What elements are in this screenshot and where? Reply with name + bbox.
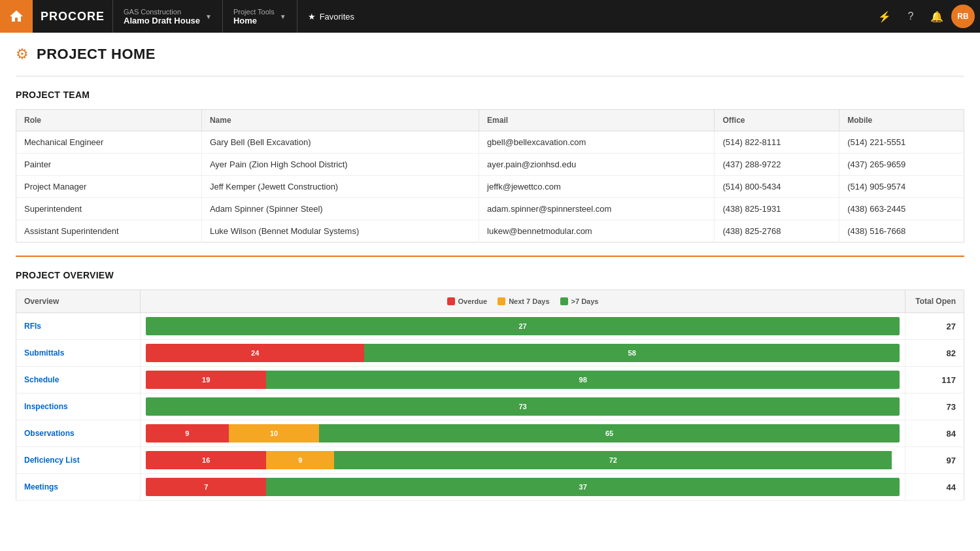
cell-mobile: (438) 516-7668 xyxy=(839,220,964,242)
overview-row-name[interactable]: Schedule xyxy=(16,367,141,393)
company-dropdown[interactable]: GAS Construction Alamo Draft House ▼ xyxy=(113,0,223,33)
gt7-legend-label: >7 Days xyxy=(571,297,599,305)
bar-gt7: 65 xyxy=(319,424,900,442)
overdue-legend-label: Overdue xyxy=(458,297,488,305)
list-item: Deficiency List 16972 97 xyxy=(16,447,964,474)
cell-name: Gary Bell (Bell Excavation) xyxy=(201,131,479,154)
favorites-button[interactable]: ★ Favorites xyxy=(297,0,365,33)
overview-header-row: Overview Overdue Next 7 Days xyxy=(16,290,964,313)
tools-main-label: Home xyxy=(233,16,275,25)
company-dropdown-text: GAS Construction Alamo Draft House xyxy=(124,8,200,25)
help-icon-button[interactable]: ? xyxy=(899,5,922,28)
cell-name: Ayer Pain (Zion High School District) xyxy=(201,154,479,176)
overview-total-cell: 73 xyxy=(905,393,964,420)
tools-sub-label: Project Tools xyxy=(233,8,275,16)
list-item: Meetings 737 44 xyxy=(16,474,964,501)
project-tools-dropdown[interactable]: Project Tools Home ▼ xyxy=(223,0,297,33)
cell-mobile: (514) 221-5551 xyxy=(839,131,964,154)
overview-row-name[interactable]: Inspections xyxy=(16,393,141,420)
cell-email: jeffk@jewettco.com xyxy=(479,176,715,198)
bar-gt7: 73 xyxy=(146,397,900,416)
tools-chevron-icon: ▼ xyxy=(280,13,286,20)
team-table-body: Mechanical Engineer Gary Bell (Bell Exca… xyxy=(16,131,964,242)
gt7-legend-dot xyxy=(560,297,568,305)
overview-chart-cell: 16972 xyxy=(141,447,905,474)
legend-gt7: >7 Days xyxy=(560,297,599,305)
user-avatar[interactable]: RB xyxy=(951,5,975,28)
bar-container: 16972 xyxy=(146,451,900,469)
overview-total-cell: 117 xyxy=(905,367,964,393)
cell-email: ayer.pain@zionhsd.edu xyxy=(479,154,715,176)
company-chevron-icon: ▼ xyxy=(205,13,212,20)
company-sub-label: GAS Construction xyxy=(124,8,200,16)
star-icon: ★ xyxy=(308,12,316,22)
overview-total-cell: 97 xyxy=(905,447,964,474)
cell-name: Luke Wilson (Bennet Modular Systems) xyxy=(201,220,479,242)
cell-name: Adam Spinner (Spinner Steel) xyxy=(201,198,479,220)
title-divider xyxy=(16,76,964,76)
cell-mobile: (438) 663-2445 xyxy=(839,198,964,220)
bar-gt7: 37 xyxy=(266,478,900,496)
project-team-table: Role Name Email Office Mobile Mechanical… xyxy=(16,109,964,242)
bar-container: 73 xyxy=(146,397,900,416)
team-table-header-row: Role Name Email Office Mobile xyxy=(16,110,964,131)
list-item: Schedule 1998 117 xyxy=(16,367,964,393)
notifications-icon-button[interactable]: 🔔 xyxy=(925,5,949,28)
col-office: Office xyxy=(715,110,839,131)
favorites-label: Favorites xyxy=(320,12,354,22)
top-navigation: PROCORE GAS Construction Alamo Draft Hou… xyxy=(0,0,980,33)
overview-row-name[interactable]: Submittals xyxy=(16,340,141,367)
home-button[interactable] xyxy=(0,0,33,33)
overdue-legend-dot xyxy=(447,297,455,305)
overview-row-name[interactable]: Observations xyxy=(16,420,141,447)
bar-overdue: 24 xyxy=(146,344,364,362)
overview-chart-cell: 2458 xyxy=(141,340,905,367)
legend-next7: Next 7 Days xyxy=(498,297,549,305)
cell-email: gbell@bellexcavation.com xyxy=(479,131,715,154)
bar-gt7: 98 xyxy=(266,371,900,389)
legend-container: Overdue Next 7 Days >7 Days xyxy=(148,297,897,305)
list-item: Observations 91065 84 xyxy=(16,420,964,447)
overview-chart-cell: 73 xyxy=(141,393,905,420)
project-team-title: PROJECT TEAM xyxy=(16,90,964,100)
main-content: ⚙ PROJECT HOME PROJECT TEAM Role Name Em… xyxy=(0,33,980,514)
cell-role: Painter xyxy=(16,154,202,176)
section-orange-divider xyxy=(16,256,964,257)
cell-role: Assistant Superintendent xyxy=(16,220,202,242)
overview-row-name[interactable]: Meetings xyxy=(16,474,141,501)
bar-overdue: 9 xyxy=(146,424,229,442)
bar-next7: 10 xyxy=(229,424,319,442)
cell-mobile: (514) 905-9574 xyxy=(839,176,964,198)
project-tools-dropdown-text: Project Tools Home xyxy=(233,8,275,25)
overview-total-cell: 82 xyxy=(905,340,964,367)
list-item: RFIs 27 27 xyxy=(16,313,964,340)
overview-total-cell: 84 xyxy=(905,420,964,447)
table-row: Mechanical Engineer Gary Bell (Bell Exca… xyxy=(16,131,964,154)
bar-container: 27 xyxy=(146,317,900,335)
cell-role: Superintendent xyxy=(16,198,202,220)
cell-office: (438) 825-2768 xyxy=(715,220,839,242)
cell-mobile: (437) 265-9659 xyxy=(839,154,964,176)
overview-total-cell: 44 xyxy=(905,474,964,501)
company-main-label: Alamo Draft House xyxy=(124,16,200,25)
plug-icon-button[interactable]: ⚡ xyxy=(873,5,896,28)
settings-icon: ⚙ xyxy=(16,46,29,63)
overview-row-name[interactable]: Deficiency List xyxy=(16,447,141,474)
cell-role: Project Manager xyxy=(16,176,202,198)
overview-row-name[interactable]: RFIs xyxy=(16,313,141,340)
page-title-row: ⚙ PROJECT HOME xyxy=(16,46,964,63)
table-row: Project Manager Jeff Kemper (Jewett Cons… xyxy=(16,176,964,198)
bar-container: 1998 xyxy=(146,371,900,389)
col-name: Name xyxy=(201,110,479,131)
col-chart-header: Overdue Next 7 Days >7 Days xyxy=(141,290,905,313)
next7-legend-dot xyxy=(498,297,505,305)
legend-overdue: Overdue xyxy=(447,297,488,305)
cell-email: lukew@bennetmodular.com xyxy=(479,220,715,242)
project-overview-table: Overview Overdue Next 7 Days xyxy=(16,290,964,501)
cell-office: (514) 800-5434 xyxy=(715,176,839,198)
project-team-section: PROJECT TEAM Role Name Email Office Mobi… xyxy=(16,90,964,242)
list-item: Submittals 2458 82 xyxy=(16,340,964,367)
col-email: Email xyxy=(479,110,715,131)
bar-overdue: 16 xyxy=(146,451,266,469)
bar-container: 737 xyxy=(146,478,900,496)
